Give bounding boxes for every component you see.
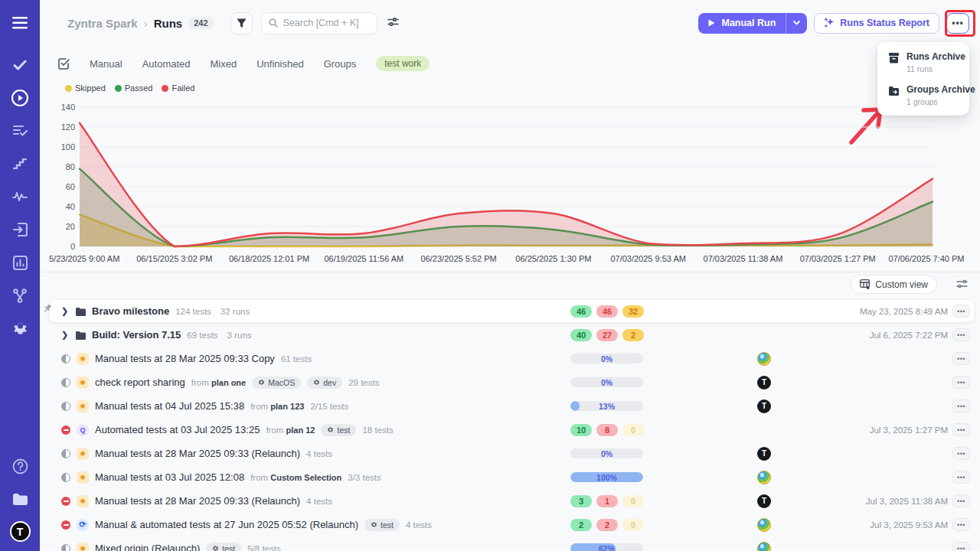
plan-name[interactable]: Custom Selection	[270, 473, 341, 482]
gear-icon[interactable]	[9, 318, 31, 339]
runs-status-report-button[interactable]: Runs Status Report	[814, 13, 939, 34]
config-tag[interactable]: MacOS	[252, 377, 301, 389]
runs-count-badge: 242	[188, 17, 213, 29]
assignee-avatar-earth[interactable]	[757, 352, 771, 366]
row-more-button[interactable]: •••	[952, 447, 970, 460]
pulse-icon[interactable]	[9, 186, 31, 207]
group-row[interactable]: ❯Bravo milestone124 tests32 runs464632Ma…	[49, 300, 974, 322]
row-main-cell: ✳Manual tests at 28 Mar 2025 09:33 (Rela…	[49, 495, 332, 507]
assignee-avatar-t[interactable]: T	[757, 376, 771, 390]
passed-count-badge: 3	[570, 495, 592, 507]
automated-run-icon: Q	[77, 424, 89, 436]
assignee-avatar-t[interactable]: T	[757, 494, 771, 508]
plan-name[interactable]: plan 123	[270, 402, 304, 411]
config-tag[interactable]: test	[364, 519, 400, 531]
row-more-button[interactable]: •••	[952, 542, 970, 551]
branch-icon[interactable]	[9, 285, 31, 306]
plan-name[interactable]: plan 12	[286, 425, 315, 435]
passed-count-badge: 10	[570, 424, 592, 436]
assignee-avatar-t[interactable]: T	[757, 447, 771, 461]
row-title[interactable]: Automated tests at 03 Jul 2025 13:25	[95, 424, 260, 435]
checkbox-edit-icon[interactable]	[58, 58, 70, 70]
legend-item-passed[interactable]: Passed	[115, 83, 153, 93]
assignee-avatar-earth[interactable]	[757, 471, 771, 484]
folder-icon[interactable]	[9, 488, 31, 510]
row-title[interactable]: Manual tests at 28 Mar 2025 09:33 Copy	[95, 353, 275, 364]
tune-sliders-icon[interactable]	[387, 16, 399, 30]
assignee-avatar-earth[interactable]	[757, 518, 771, 532]
config-tag[interactable]: test	[321, 424, 356, 436]
play-circle-icon[interactable]	[9, 87, 31, 109]
row-title[interactable]: Manual & automated tests at 27 Jun 2025 …	[95, 519, 358, 530]
row-result-cell: 1080	[570, 424, 644, 436]
run-row[interactable]: ✳check report sharingfrom plan oneMacOSd…	[49, 371, 974, 393]
tab-test-work-badge[interactable]: test work	[376, 56, 430, 71]
tab-groups[interactable]: Groups	[324, 58, 357, 70]
run-row[interactable]: ✳Mixed origin (Relaunch)test5/8 tests62%…	[49, 537, 974, 551]
import-icon[interactable]	[9, 219, 31, 240]
row-title[interactable]: Manual tests at 04 Jul 2025 15:38	[95, 400, 244, 412]
row-title[interactable]: Manual tests at 28 Mar 2025 09:33 (Relau…	[95, 495, 300, 507]
assignee-avatar-earth[interactable]	[757, 542, 771, 551]
run-row[interactable]: QAutomated tests at 03 Jul 2025 13:25fro…	[49, 419, 974, 441]
logo-avatar[interactable]: T	[10, 521, 31, 542]
row-title[interactable]: check report sharing	[95, 377, 185, 388]
more-actions-button[interactable]: •••	[946, 13, 969, 34]
row-more-button[interactable]: •••	[952, 399, 970, 412]
row-title[interactable]: Mixed origin (Relaunch)	[95, 543, 200, 551]
hamburger-menu-icon[interactable]	[9, 12, 31, 34]
plan-name[interactable]: plan one	[211, 378, 246, 387]
legend-item-failed[interactable]: Failed	[162, 83, 194, 93]
row-more-button[interactable]: •••	[952, 518, 970, 531]
tab-mixed[interactable]: Mixed	[211, 58, 237, 70]
tab-unfinished[interactable]: Unfinished	[256, 58, 303, 70]
run-row[interactable]: ✳Manual tests at 04 Jul 2025 15:38from p…	[49, 395, 974, 417]
row-title[interactable]: Manual tests at 28 Mar 2025 09:33 (Relau…	[95, 448, 300, 459]
manual-run-dropdown-button[interactable]	[786, 13, 807, 34]
menu-item-groups-archive[interactable]: Groups Archive 1 groups	[888, 84, 962, 106]
tab-automated[interactable]: Automated	[142, 58, 191, 70]
run-row[interactable]: ⟳Manual & automated tests at 27 Jun 2025…	[49, 514, 974, 536]
tab-manual[interactable]: Manual	[90, 58, 122, 70]
failed-count-badge: 8	[596, 424, 618, 436]
view-settings-icon[interactable]	[956, 278, 968, 292]
config-tag[interactable]: test	[206, 543, 241, 551]
filter-button[interactable]	[230, 12, 253, 34]
row-result-cell: 0%	[570, 377, 643, 387]
row-result-cell: 0%	[570, 354, 643, 364]
row-title[interactable]: Manual tests at 03 Jul 2025 12:08	[95, 471, 244, 483]
row-more-button[interactable]: •••	[952, 423, 970, 436]
expand-chevron-icon[interactable]: ❯	[61, 306, 69, 316]
search-box[interactable]	[261, 12, 377, 34]
menu-item-runs-archive[interactable]: Runs Archive 11 runs	[888, 51, 962, 73]
legend-item-skipped[interactable]: Skipped	[65, 83, 106, 93]
row-title[interactable]: Bravo milestone	[92, 305, 169, 317]
row-more-button[interactable]: •••	[952, 376, 970, 389]
row-meta: 5/8 tests	[247, 544, 280, 551]
run-row[interactable]: ✳Manual tests at 28 Mar 2025 09:33 (Rela…	[49, 490, 974, 512]
steps-icon[interactable]	[9, 153, 31, 174]
run-row[interactable]: ✳Manual tests at 03 Jul 2025 12:08from C…	[49, 466, 974, 488]
custom-view-button[interactable]: Custom view	[851, 275, 937, 294]
run-row[interactable]: ✳Manual tests at 28 Mar 2025 09:33 Copy6…	[49, 347, 974, 370]
config-tag[interactable]: dev	[307, 377, 342, 389]
run-row[interactable]: ✳Manual tests at 28 Mar 2025 09:33 (Rela…	[49, 442, 974, 465]
row-more-button[interactable]: •••	[952, 305, 970, 318]
row-more-button[interactable]: •••	[952, 352, 970, 365]
assignee-avatar-t[interactable]: T	[757, 399, 771, 413]
group-row[interactable]: ❯Build: Version 7.1569 tests3 runs40272J…	[49, 324, 974, 346]
expand-chevron-icon[interactable]: ❯	[61, 330, 69, 340]
svg-text:06/23/2025 5:52 PM: 06/23/2025 5:52 PM	[421, 254, 497, 263]
manual-run-button[interactable]: Manual Run	[698, 13, 786, 34]
passed-count-badge: 46	[570, 305, 592, 318]
help-icon[interactable]	[9, 455, 31, 477]
breadcrumb-project[interactable]: Zyntra Spark	[67, 17, 138, 30]
test-list-icon[interactable]	[9, 120, 31, 142]
bar-chart-icon[interactable]	[9, 252, 31, 273]
row-more-button[interactable]: •••	[952, 494, 970, 507]
search-input[interactable]	[283, 18, 368, 28]
row-more-button[interactable]: •••	[952, 328, 970, 341]
check-icon[interactable]	[9, 54, 31, 76]
row-title[interactable]: Build: Version 7.15	[92, 329, 181, 341]
row-more-button[interactable]: •••	[952, 471, 970, 484]
